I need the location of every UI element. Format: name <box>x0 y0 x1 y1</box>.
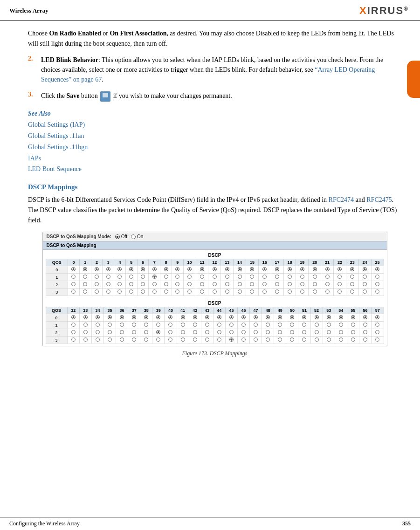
radio-cell[interactable] <box>103 322 116 329</box>
radio-cell[interactable] <box>309 281 321 289</box>
radio-dot[interactable] <box>141 289 145 294</box>
radio-cell[interactable] <box>160 274 172 281</box>
radio-cell[interactable] <box>274 314 286 322</box>
radio-cell[interactable] <box>128 322 140 329</box>
radio-dot[interactable] <box>83 330 88 334</box>
radio-dot[interactable] <box>363 289 367 294</box>
radio-dot[interactable] <box>108 330 112 334</box>
radio-cell[interactable] <box>165 329 177 337</box>
radio-cell[interactable] <box>125 281 137 289</box>
radio-cell[interactable] <box>323 322 335 329</box>
radio-dot[interactable] <box>337 267 342 271</box>
radio-cell[interactable] <box>137 266 149 274</box>
radio-cell[interactable] <box>296 274 309 281</box>
radio-cell[interactable] <box>137 274 149 281</box>
radio-dot[interactable] <box>339 323 343 327</box>
radio-dot[interactable] <box>187 289 192 294</box>
radio-dot[interactable] <box>337 275 342 279</box>
radio-cell[interactable] <box>103 329 116 337</box>
radio-dot[interactable] <box>156 315 160 319</box>
radio-cell[interactable] <box>149 289 160 296</box>
radio-dot[interactable] <box>181 323 185 327</box>
radio-cell[interactable] <box>372 329 384 337</box>
radio-dot[interactable] <box>205 315 209 319</box>
radio-cell[interactable] <box>371 289 384 296</box>
radio-cell[interactable] <box>68 266 80 274</box>
radio-cell[interactable] <box>67 322 79 329</box>
radio-dot[interactable] <box>278 323 282 327</box>
radio-cell[interactable] <box>262 337 274 344</box>
radio-cell[interactable] <box>149 266 160 274</box>
radio-cell[interactable] <box>103 266 114 274</box>
radio-cell[interactable] <box>346 289 358 296</box>
radio-cell[interactable] <box>262 329 274 337</box>
radio-dot[interactable] <box>302 337 306 342</box>
radio-dot[interactable] <box>375 330 379 334</box>
radio-dot[interactable] <box>375 267 379 271</box>
radio-cell[interactable] <box>140 329 152 337</box>
radio-dot[interactable] <box>175 275 179 279</box>
radio-dot[interactable] <box>83 275 87 279</box>
radio-cell[interactable] <box>67 314 79 322</box>
radio-cell[interactable] <box>225 337 237 344</box>
radio-cell[interactable] <box>309 274 321 281</box>
radio-cell[interactable] <box>271 281 283 289</box>
radio-cell[interactable] <box>258 266 271 274</box>
radio-dot[interactable] <box>238 275 242 279</box>
radio-dot[interactable] <box>238 282 242 286</box>
radio-dot[interactable] <box>156 323 160 327</box>
radio-cell[interactable] <box>183 266 196 274</box>
radio-dot[interactable] <box>132 315 136 319</box>
radio-cell[interactable] <box>274 329 286 337</box>
radio-dot[interactable] <box>266 330 270 334</box>
radio-dot[interactable] <box>96 315 100 319</box>
radio-cell[interactable] <box>271 289 283 296</box>
radio-cell[interactable] <box>91 329 103 337</box>
radio-dot[interactable] <box>132 330 136 334</box>
radio-dot[interactable] <box>187 275 192 279</box>
radio-cell[interactable] <box>258 274 271 281</box>
radio-dot[interactable] <box>164 282 168 286</box>
radio-cell[interactable] <box>201 329 213 337</box>
radio-dot[interactable] <box>168 337 172 342</box>
radio-cell[interactable] <box>177 329 189 337</box>
radio-dot[interactable] <box>193 315 197 319</box>
radio-cell[interactable] <box>262 322 274 329</box>
radio-cell[interactable] <box>274 337 286 344</box>
radio-cell[interactable] <box>274 322 286 329</box>
radio-cell[interactable] <box>213 337 225 344</box>
radio-dot[interactable] <box>117 275 122 279</box>
radio-dot[interactable] <box>300 282 304 286</box>
radio-dot[interactable] <box>156 330 160 334</box>
radio-dot[interactable] <box>120 337 124 342</box>
see-also-link-1[interactable]: Global Settings (IAP) <box>28 119 401 131</box>
radio-dot[interactable] <box>337 282 342 286</box>
radio-cell[interactable] <box>309 289 321 296</box>
radio-dot[interactable] <box>229 315 234 319</box>
radio-dot[interactable] <box>213 289 217 294</box>
radio-cell[interactable] <box>234 281 246 289</box>
radio-dot[interactable] <box>250 275 254 279</box>
radio-cell[interactable] <box>196 289 208 296</box>
radio-dot[interactable] <box>175 289 179 294</box>
see-also-link-4[interactable]: IAPs <box>28 153 401 164</box>
radio-cell[interactable] <box>189 337 201 344</box>
radio-cell[interactable] <box>335 314 347 322</box>
radio-dot[interactable] <box>181 337 185 342</box>
radio-cell[interactable] <box>189 329 201 337</box>
radio-cell[interactable] <box>140 314 152 322</box>
radio-dot[interactable] <box>302 330 306 334</box>
radio-dot[interactable] <box>300 275 304 279</box>
radio-cell[interactable] <box>196 266 208 274</box>
radio-cell[interactable] <box>372 314 384 322</box>
radio-dot[interactable] <box>363 282 367 286</box>
radio-dot[interactable] <box>200 267 204 271</box>
radio-dot[interactable] <box>217 330 221 334</box>
dscp-on-radio[interactable] <box>131 234 136 239</box>
radio-cell[interactable] <box>196 274 208 281</box>
radio-dot[interactable] <box>95 282 99 286</box>
radio-cell[interactable] <box>79 266 91 274</box>
radio-dot[interactable] <box>132 337 136 342</box>
radio-cell[interactable] <box>91 281 103 289</box>
radio-dot[interactable] <box>315 337 319 342</box>
